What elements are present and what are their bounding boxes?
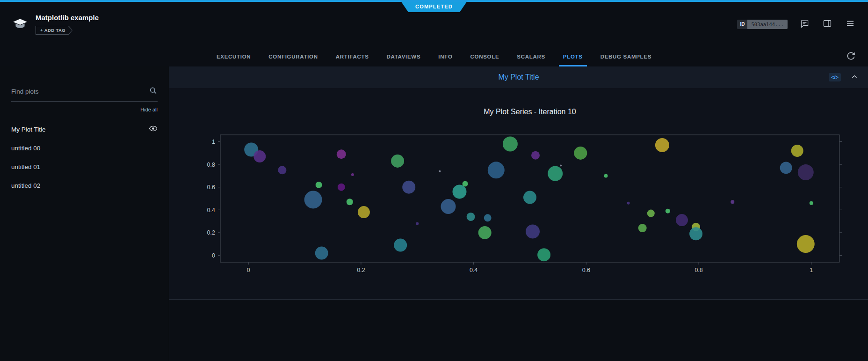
tab-console[interactable]: CONSOLE	[462, 46, 508, 66]
message-icon	[800, 19, 809, 29]
svg-text:0.4: 0.4	[470, 267, 477, 273]
svg-text:0.8: 0.8	[694, 267, 702, 273]
refresh-button[interactable]	[845, 50, 857, 63]
svg-text:0: 0	[212, 252, 215, 259]
view-source-code-icon[interactable]: </>	[829, 73, 841, 81]
hamburger-icon	[846, 19, 855, 29]
svg-text:0.8: 0.8	[207, 162, 215, 168]
svg-text:0.6: 0.6	[207, 184, 215, 191]
plot-item-label: untitled 02	[11, 182, 40, 189]
svg-text:1: 1	[810, 267, 813, 273]
svg-text:0.2: 0.2	[207, 229, 215, 236]
search-icon	[149, 86, 158, 97]
add-tag-button[interactable]: + ADD TAG	[36, 26, 72, 35]
status-badge: COMPLETED	[401, 2, 467, 12]
tab-scalars[interactable]: SCALARS	[508, 46, 554, 66]
id-label: ID	[737, 20, 747, 29]
side-panel-icon	[823, 19, 832, 29]
plot-panel-header: My Plot Title </>	[169, 66, 868, 88]
svg-text:0.4: 0.4	[207, 207, 215, 214]
plot-list-item[interactable]: untitled 01	[11, 157, 158, 176]
hide-all-link[interactable]: Hide all	[11, 107, 158, 112]
feedback-button[interactable]	[799, 18, 810, 30]
collapse-panel-button[interactable]	[849, 72, 860, 83]
plot-list-item[interactable]: My Plot Title	[11, 120, 158, 139]
visibility-eye-icon[interactable]	[149, 124, 158, 134]
plot-search	[11, 86, 158, 102]
tab-plots[interactable]: PLOTS	[554, 46, 592, 66]
add-tag-label: + ADD TAG	[36, 26, 72, 34]
tab-info[interactable]: INFO	[429, 46, 461, 66]
tab-configuration[interactable]: CONFIGURATION	[260, 46, 326, 66]
plots-main-area: My Plot Title </> My Plot Series - Itera…	[169, 66, 868, 361]
tab-dataviews[interactable]: DATAVIEWS	[378, 46, 430, 66]
tab-debug-samples[interactable]: DEBUG SAMPLES	[592, 46, 660, 66]
scatter-plot[interactable]: My Plot Series - Iteration 1000.20.40.60…	[191, 102, 846, 280]
svg-text:My Plot Series - Iteration 10: My Plot Series - Iteration 10	[484, 108, 576, 116]
svg-text:0.2: 0.2	[357, 267, 365, 273]
plot-item-label: My Plot Title	[11, 126, 46, 133]
plot-card: My Plot Series - Iteration 1000.20.40.60…	[169, 88, 868, 300]
chevron-up-icon	[850, 73, 859, 82]
tab-artifacts[interactable]: ARTIFACTS	[327, 46, 378, 66]
details-panel-button[interactable]	[822, 18, 833, 30]
menu-button[interactable]	[845, 18, 856, 30]
empty-area	[169, 300, 868, 361]
experiment-id-badge[interactable]: ID 503aa144...	[737, 20, 788, 29]
experiment-title: Matplotlib example	[36, 14, 99, 22]
svg-text:0: 0	[247, 267, 250, 273]
plot-list-item[interactable]: untitled 00	[11, 139, 158, 157]
svg-text:1: 1	[212, 139, 215, 145]
plot-item-label: untitled 01	[11, 163, 40, 170]
id-value: 503aa144...	[747, 20, 788, 29]
plots-sidebar: Hide all My Plot Title untitled 00 untit…	[0, 66, 169, 361]
plot-list-item[interactable]: untitled 02	[11, 176, 158, 195]
svg-text:0.6: 0.6	[582, 267, 590, 273]
tab-execution[interactable]: EXECUTION	[208, 46, 260, 66]
app-logo-icon	[12, 18, 29, 30]
plot-panel-title: My Plot Title	[169, 73, 868, 81]
plot-item-label: untitled 00	[11, 145, 40, 152]
search-input[interactable]	[11, 88, 149, 95]
tab-bar: EXECUTION CONFIGURATION ARTIFACTS DATAVI…	[0, 46, 868, 66]
refresh-icon	[846, 51, 856, 62]
